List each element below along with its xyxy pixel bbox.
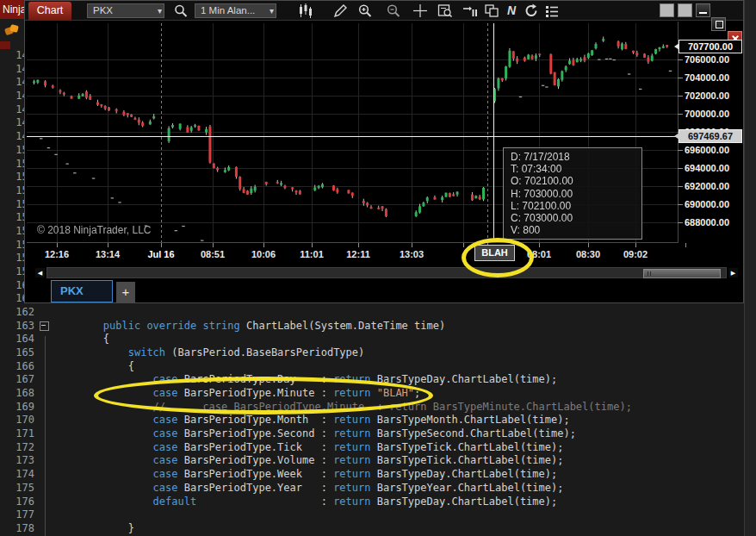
line-number: 164: [0, 333, 34, 346]
time-axis-label: 13:14: [96, 249, 120, 259]
code-line: 175 case BarsPeriodType.Year : return Ba…: [0, 482, 756, 495]
line-number: 175: [0, 482, 34, 495]
time-axis-label: Jul 16: [147, 249, 174, 259]
chart-window: Chart PKX ▾ 1 Min Alan... ▾: [24, 0, 744, 303]
chevron-down-icon: ▾: [158, 4, 162, 17]
code-line: 170 case BarsPeriodType.Month : return B…: [0, 414, 756, 427]
panels-icon[interactable]: [484, 3, 499, 18]
code-text: }: [53, 522, 134, 536]
time-axis-tick: [213, 243, 214, 247]
line-number: 178: [0, 522, 34, 536]
time-axis-tick: [108, 243, 108, 247]
line-number: 168: [0, 387, 34, 401]
time-axis-tick: [412, 243, 412, 247]
instrument-link-button[interactable]: [660, 3, 674, 17]
crosshair-icon[interactable]: [412, 3, 428, 18]
line-number: 162: [0, 306, 34, 320]
time-axis-tick: [263, 243, 264, 247]
price-axis-tick: [678, 186, 683, 187]
time-axis-label: 12:11: [346, 249, 370, 259]
price-axis-tick: [678, 59, 683, 60]
line-number: 166: [0, 360, 34, 374]
price-axis-label: 704000.00: [685, 72, 745, 83]
code-line: 163 public override string ChartLabel(Sy…: [0, 320, 756, 333]
trendline-icon[interactable]: N: [504, 3, 519, 18]
data-box-row: C: 703000.00: [511, 212, 641, 224]
data-box-row: H: 703000.00: [511, 188, 641, 200]
line-number: 172: [0, 441, 34, 455]
time-axis-label: 09:02: [623, 249, 648, 259]
time-axis-border: [27, 242, 678, 243]
fold-guide-line: [45, 336, 46, 536]
line-number: 171: [0, 427, 34, 441]
tab-pkx[interactable]: PKX: [51, 280, 113, 302]
fold-toggle-icon[interactable]: [40, 321, 49, 331]
crosshair-price-marker: 697469.67: [679, 129, 742, 143]
scrollbar-thumb[interactable]: [643, 269, 721, 278]
price-axis-label: 692000.00: [685, 181, 745, 191]
time-axis-tick: [539, 243, 540, 247]
minimize-button[interactable]: [696, 3, 710, 17]
price-axis-label: 690000.00: [685, 199, 745, 209]
code-line: 162: [0, 306, 756, 320]
code-line: 166 {: [0, 360, 756, 374]
price-axis-label: 694000.00: [685, 163, 745, 173]
code-line: 178 }: [0, 522, 756, 536]
editor-vertical-scrollbar[interactable]: [744, 0, 756, 536]
time-axis-tick: [463, 243, 464, 247]
line-number: 177: [0, 508, 34, 522]
code-line: 174 case BarsPeriodType.Week : return Ba…: [0, 468, 756, 482]
instrument-dropdown-value: PKX: [93, 5, 113, 16]
restore-button[interactable]: [711, 17, 726, 31]
chevron-down-icon: ▾: [270, 4, 274, 17]
line-number: 173: [0, 454, 34, 468]
line-number: 174: [0, 468, 34, 482]
chart-horizontal-scrollbar[interactable]: [46, 267, 727, 278]
code-text: case BarsPeriodType.Year : return BarsTy…: [53, 482, 563, 495]
data-box-row: L: 702100.00: [511, 200, 641, 212]
zoom-out-icon[interactable]: [386, 3, 401, 18]
price-markers-icon[interactable]: [462, 3, 478, 18]
code-line: 164 {: [0, 333, 756, 346]
time-axis-label: 11:01: [300, 249, 324, 259]
line-number: 170: [0, 414, 34, 427]
interval-dropdown[interactable]: 1 Min Alan... ▾: [195, 3, 276, 18]
properties-icon[interactable]: [544, 3, 560, 18]
chart-window-title[interactable]: Chart: [28, 2, 71, 20]
add-tab-button[interactable]: +: [116, 282, 135, 302]
time-axis-tick: [161, 243, 162, 247]
code-line: 172 case BarsPeriodType.Tick : return Ba…: [0, 441, 756, 455]
instrument-dropdown[interactable]: PKX ▾: [87, 3, 164, 18]
chart-style-icon[interactable]: [298, 3, 313, 18]
interval-link-button[interactable]: [678, 3, 692, 17]
line-number: 163: [0, 320, 34, 333]
interval-dropdown-value: 1 Min Alan...: [201, 5, 255, 16]
time-axis-label: 12:16: [45, 249, 69, 259]
zoom-in-icon[interactable]: [357, 3, 373, 18]
editor-red-fragment: [0, 41, 10, 49]
time-axis-label: 08:51: [201, 249, 225, 259]
data-box: D: 7/17/2018T: 07:34:00O: 702100.00H: 70…: [503, 147, 642, 240]
data-box-row: T: 07:34:00: [511, 163, 641, 175]
code-text: {: [53, 333, 109, 346]
scroll-left-button[interactable]: ◀: [35, 268, 45, 277]
time-axis-tick: [312, 243, 313, 247]
code-text: case BarsPeriodType.Volume : return Bars…: [53, 454, 563, 468]
code-line: 176 default : return BarsTypeDay.ChartLa…: [0, 495, 756, 509]
code-text: case BarsPeriodType.Second : return Bars…: [53, 427, 576, 441]
time-axis-label: 10:06: [251, 249, 276, 259]
drawing-tools-icon[interactable]: [332, 3, 348, 18]
time-axis-label: 08:30: [576, 249, 600, 259]
code-text: case BarsPeriodType.Month : return BarsT…: [53, 414, 570, 427]
instrument-search-icon[interactable]: [173, 3, 189, 18]
ninjascript-icon: [4, 24, 20, 37]
reload-icon[interactable]: [524, 3, 539, 18]
data-box-icon[interactable]: [437, 3, 453, 18]
line-number: 176: [0, 495, 34, 509]
scroll-right-button[interactable]: ▶: [728, 268, 738, 277]
time-axis-tick: [57, 243, 58, 247]
price-axis-label: 702000.00: [685, 90, 745, 101]
code-text: default : return BarsTypeDay.ChartLabel(…: [53, 495, 557, 509]
price-axis-label: 696000.00: [685, 145, 745, 155]
time-axis-tick: [588, 243, 589, 247]
